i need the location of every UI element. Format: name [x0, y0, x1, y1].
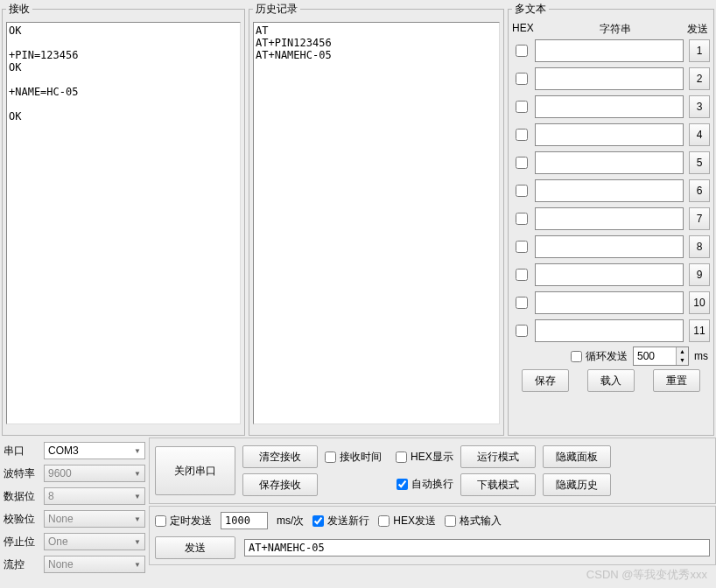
ms-label: ms [694, 350, 708, 362]
hide-history-button[interactable]: 隐藏历史 [543, 473, 611, 496]
multi-send-button[interactable]: 11 [689, 319, 710, 342]
multi-legend: 多文本 [512, 2, 549, 17]
multi-hex-checkbox[interactable] [516, 185, 528, 197]
send-button[interactable]: 发送 [155, 536, 235, 559]
baud-select[interactable]: 9600▼ [44, 465, 145, 482]
multi-hex-checkbox[interactable] [516, 297, 528, 309]
multi-hex-checkbox[interactable] [516, 325, 528, 337]
multi-save-button[interactable]: 保存 [522, 369, 569, 392]
databits-select[interactable]: 8▼ [44, 487, 145, 505]
spinner-up-icon[interactable]: ▲ [676, 347, 688, 356]
recv-time-checkbox[interactable]: 接收时间 [325, 450, 382, 465]
multi-send-button[interactable]: 10 [689, 291, 710, 314]
multi-send-button[interactable]: 4 [689, 123, 710, 146]
stopbits-select[interactable]: One▼ [44, 533, 145, 550]
multi-row: 6 [512, 178, 710, 203]
multi-header-string: 字符串 [544, 22, 687, 37]
multi-hex-checkbox[interactable] [516, 241, 528, 253]
multi-row: 1 [512, 38, 710, 63]
multi-row: 11 [512, 318, 710, 343]
loop-send-checkbox[interactable]: 循环发送 [571, 349, 628, 364]
receive-legend: 接收 [6, 2, 32, 17]
send-newline-checkbox[interactable]: 发送新行 [312, 514, 369, 528]
multi-row: 7 [512, 206, 710, 231]
multi-row: 8 [512, 234, 710, 259]
multi-string-input[interactable] [535, 67, 684, 90]
multi-string-input[interactable] [535, 263, 684, 286]
chevron-down-icon: ▼ [134, 538, 141, 546]
parity-select[interactable]: None▼ [44, 510, 145, 528]
history-legend: 历史记录 [253, 2, 300, 17]
run-mode-button[interactable]: 运行模式 [460, 445, 536, 468]
history-textarea[interactable]: AT AT+PIN123456 AT+NAMEHC-05 [253, 22, 500, 424]
multi-send-button[interactable]: 3 [689, 95, 710, 118]
loop-interval-input[interactable] [634, 347, 676, 365]
timed-interval-input[interactable] [221, 512, 268, 529]
save-receive-button[interactable]: 保存接收 [242, 473, 318, 496]
hex-show-checkbox[interactable]: HEX显示 [396, 450, 453, 465]
timed-send-checkbox[interactable]: 定时发送 [155, 514, 212, 528]
chevron-down-icon: ▼ [134, 493, 141, 500]
chevron-down-icon: ▼ [134, 515, 141, 523]
multi-hex-checkbox[interactable] [516, 45, 528, 57]
multi-hex-checkbox[interactable] [516, 129, 528, 141]
chevron-down-icon: ▼ [134, 447, 141, 455]
multi-row: 2 [512, 66, 710, 91]
port-select[interactable]: COM3▼ [44, 442, 145, 459]
multi-hex-checkbox[interactable] [516, 101, 528, 113]
multi-row: 9 [512, 262, 710, 287]
chevron-down-icon: ▼ [134, 561, 141, 569]
multi-send-button[interactable]: 1 [689, 39, 710, 62]
chevron-down-icon: ▼ [134, 470, 141, 478]
multi-reset-button[interactable]: 重置 [653, 369, 700, 392]
multi-row: 4 [512, 122, 710, 147]
multi-header-send: 发送 [687, 22, 710, 37]
hex-send-checkbox[interactable]: HEX发送 [378, 514, 436, 528]
multi-string-input[interactable] [535, 207, 684, 230]
multi-string-input[interactable] [535, 235, 684, 258]
send-text-input[interactable] [244, 539, 710, 556]
receive-textarea[interactable]: OK +PIN=123456 OK +NAME=HC-05 OK [6, 22, 241, 424]
spinner-down-icon[interactable]: ▼ [676, 356, 688, 365]
flow-select[interactable]: None▼ [44, 556, 145, 573]
auto-wrap-checkbox[interactable]: 自动换行 [397, 477, 453, 492]
multi-string-input[interactable] [535, 291, 684, 314]
history-group: 历史记录 AT AT+PIN123456 AT+NAMEHC-05 [249, 2, 504, 436]
download-mode-button[interactable]: 下载模式 [460, 473, 536, 496]
multi-text-group: 多文本 HEX 字符串 发送 1234567891011 循环发送 ▲▼ ms … [508, 2, 714, 436]
hide-panel-button[interactable]: 隐藏面板 [543, 445, 611, 468]
multi-string-input[interactable] [535, 123, 684, 146]
receive-controls-panel: 关闭串口 清空接收 保存接收 接收时间 HEX显示 自动换行 运行模式 下载模式… [149, 438, 716, 504]
receive-group: 接收 OK +PIN=123456 OK +NAME=HC-05 OK [2, 2, 245, 436]
multi-string-input[interactable] [535, 319, 684, 342]
multi-row: 10 [512, 290, 710, 315]
multi-string-input[interactable] [535, 151, 684, 174]
multi-send-button[interactable]: 9 [689, 263, 710, 286]
format-input-checkbox[interactable]: 格式输入 [445, 514, 502, 528]
port-settings: 串口COM3▼ 波特率9600▼ 数据位8▼ 校验位None▼ 停止位One▼ … [0, 438, 149, 581]
multi-hex-checkbox[interactable] [516, 73, 528, 85]
multi-string-input[interactable] [535, 179, 684, 202]
multi-row: 3 [512, 94, 710, 119]
multi-load-button[interactable]: 载入 [587, 369, 635, 392]
multi-header-hex: HEX [512, 22, 544, 37]
multi-hex-checkbox[interactable] [516, 157, 528, 169]
send-controls-panel: 定时发送 ms/次 发送新行 HEX发送 格式输入 发送 [149, 506, 716, 565]
multi-hex-checkbox[interactable] [516, 269, 528, 281]
multi-send-button[interactable]: 7 [689, 207, 710, 230]
multi-send-button[interactable]: 6 [689, 179, 710, 202]
multi-hex-checkbox[interactable] [516, 213, 528, 225]
multi-send-button[interactable]: 8 [689, 235, 710, 258]
clear-receive-button[interactable]: 清空接收 [242, 445, 318, 468]
loop-interval-spinner[interactable]: ▲▼ [633, 346, 689, 366]
multi-send-button[interactable]: 5 [689, 151, 710, 174]
multi-send-button[interactable]: 2 [689, 67, 710, 90]
multi-string-input[interactable] [535, 95, 684, 118]
multi-row: 5 [512, 150, 710, 175]
multi-string-input[interactable] [535, 39, 684, 62]
close-port-button[interactable]: 关闭串口 [155, 446, 235, 495]
